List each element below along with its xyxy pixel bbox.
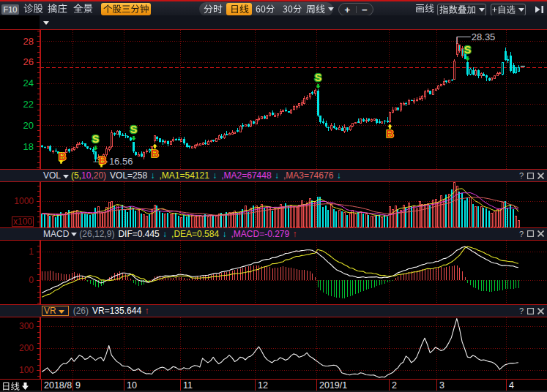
indicator-value: ,MACD=-0.279: [231, 229, 289, 239]
svg-text:B: B: [151, 147, 159, 159]
svg-text:18: 18: [23, 141, 34, 152]
close-icon[interactable]: [537, 308, 544, 314]
arrow-up-icon: ↑: [290, 229, 297, 239]
zoom-out-button[interactable]: −: [357, 4, 373, 15]
indicator-value: ,MA2=67448: [221, 170, 271, 181]
help-icon[interactable]: ?: [519, 171, 524, 180]
svg-text:2018/8: 2018/8: [44, 380, 72, 391]
svg-text:300: 300: [19, 321, 34, 331]
vr-indicator-selector[interactable]: VR: [42, 306, 69, 316]
index-overlay-button[interactable]: [437, 4, 486, 16]
macd-lines: [42, 246, 518, 297]
chevron-down-icon: [59, 310, 64, 314]
chevron-down-icon: [518, 8, 524, 12]
help-icon[interactable]: ?: [519, 230, 524, 238]
chevron-down-icon: [479, 8, 485, 12]
close-icon[interactable]: [537, 230, 544, 237]
dropdown-caret-icon[interactable]: [43, 21, 49, 25]
bottom-period-label[interactable]: [1, 380, 29, 392]
close-icon[interactable]: [537, 173, 544, 179]
period-selector: [199, 2, 333, 16]
y-axis: 2826242220181000x10010300200100: [12, 31, 40, 377]
time-axis: 2018/891011122019/1234: [42, 380, 515, 391]
arrow-down-icon: [21, 382, 29, 391]
candlestick-series: [41, 37, 520, 162]
svg-text:100: 100: [19, 365, 34, 375]
draw-line-button[interactable]: [415, 1, 434, 15]
help-icon[interactable]: ?: [519, 306, 524, 315]
svg-text:B: B: [99, 154, 107, 166]
vr-pane-header: VR (26) VR=135.644 ↑ ?: [0, 305, 547, 317]
maximize-icon[interactable]: [527, 230, 534, 237]
arrow-down-icon: ↓: [148, 170, 155, 181]
svg-text:26: 26: [23, 56, 34, 67]
svg-text:1: 1: [29, 246, 34, 257]
catch-banker-button[interactable]: [48, 1, 67, 15]
macd-histogram: [42, 265, 519, 298]
indicator-value: DIF=0.445: [118, 229, 159, 239]
period-tab-60min[interactable]: [252, 2, 279, 16]
sell-signal: S: [315, 72, 321, 89]
svg-text:12: 12: [258, 380, 268, 391]
volume-indicator-name[interactable]: VOL: [43, 170, 61, 181]
macd-params: (26,12,9): [79, 229, 114, 239]
arrow-down-icon: ↓: [272, 170, 279, 181]
svg-text:0: 0: [29, 275, 34, 285]
chart-canvas[interactable]: 16.5628.35BSBSBSBS2826242220181000x10010…: [0, 0, 547, 392]
buy-signal: B: [59, 150, 67, 164]
stock-chart-window: 16.5628.35BSBSBSBS2826242220181000x10010…: [0, 0, 547, 392]
svg-text:9: 9: [75, 380, 81, 391]
svg-text:20: 20: [23, 120, 34, 131]
vr-line: [42, 319, 518, 377]
chevron-down-icon: [328, 7, 334, 11]
add-watchlist-button[interactable]: [491, 4, 526, 16]
stock-in-3min-button[interactable]: [101, 3, 151, 15]
arrow-down-icon: ↓: [334, 170, 341, 181]
svg-text:B: B: [386, 127, 394, 140]
svg-text:2019/1: 2019/1: [319, 380, 347, 391]
arrow-down-icon: ↓: [160, 229, 167, 239]
svg-text:B: B: [59, 150, 67, 162]
maximize-icon[interactable]: [527, 308, 534, 314]
svg-text:10: 10: [127, 380, 137, 391]
volume-pane-header: VOL (5,10,20) VOL=258 ↓,MA1=54121 ↓,MA2=…: [0, 170, 547, 181]
maximize-icon[interactable]: [527, 173, 534, 179]
indicator-value: VOL=258: [110, 170, 147, 181]
period-tab-daily[interactable]: [226, 3, 252, 15]
macd-indicator-name[interactable]: MACD: [43, 229, 69, 239]
buy-signal: B: [99, 154, 107, 167]
volume-bars: [41, 183, 519, 227]
diagnose-stock-button[interactable]: [23, 1, 43, 15]
zoom-controls: + −: [338, 3, 373, 16]
vr-params: (26): [73, 306, 89, 316]
svg-text:1000: 1000: [14, 196, 34, 206]
volume-params: (5,10,20): [71, 170, 106, 181]
period-tab-weekly[interactable]: [306, 2, 333, 16]
chevron-down-icon: [63, 175, 69, 178]
macd-pane-header: MACD (26,12,9) DIF=0.445 ↓,DEA=0.584 ↓,M…: [0, 228, 547, 240]
indicator-value: ,DEA=0.584: [171, 229, 219, 239]
buy-signal: B: [386, 124, 394, 140]
arrow-down-icon: ↓: [220, 229, 226, 239]
chart-substrip: [40, 15, 547, 29]
svg-text:2: 2: [392, 380, 397, 391]
svg-text:S: S: [315, 72, 321, 83]
svg-text:16.56: 16.56: [109, 156, 133, 167]
svg-text:28: 28: [23, 36, 34, 47]
vr-indicator-name: VR: [44, 306, 56, 316]
indicator-value: VR=135.644: [92, 306, 141, 316]
indicator-value: ,MA1=54121: [159, 170, 209, 181]
svg-text:24: 24: [23, 78, 34, 88]
svg-text:22: 22: [23, 99, 34, 110]
f10-button[interactable]: F10: [1, 4, 19, 15]
svg-text:S: S: [464, 44, 471, 56]
period-tab-30min[interactable]: [279, 2, 306, 16]
panorama-button[interactable]: [73, 1, 93, 15]
svg-text:S: S: [92, 133, 99, 145]
collapse-panel-icon[interactable]: [535, 5, 544, 14]
svg-text:3: 3: [439, 380, 444, 391]
zoom-in-button[interactable]: +: [339, 4, 356, 15]
svg-text:11: 11: [183, 380, 193, 391]
arrow-up-icon: ↑: [142, 306, 149, 316]
period-tab-minute[interactable]: [199, 2, 226, 16]
